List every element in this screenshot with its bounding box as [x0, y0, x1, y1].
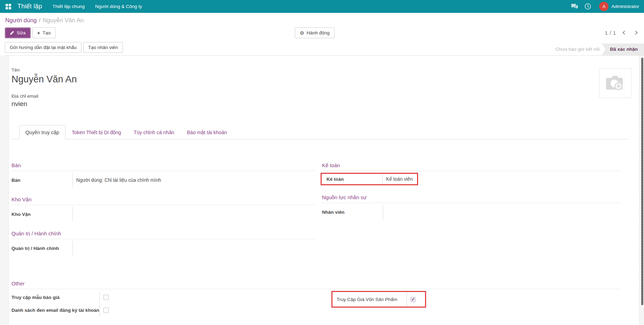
- field-label: Quản trị / Hành chính: [11, 241, 72, 255]
- pager-previous-button[interactable]: [621, 30, 627, 36]
- group-title: Quản trị / Hành chính: [11, 230, 315, 239]
- create-employee-button[interactable]: Tạo nhân viên: [83, 42, 123, 53]
- messages-icon[interactable]: [568, 0, 581, 13]
- navbar-right: A Administrator: [568, 0, 639, 13]
- group-title: Other: [11, 281, 621, 289]
- action-button-label: Hành động: [307, 30, 330, 35]
- checkbox-row-quotation-templates: Truy cập mẫu báo giá: [11, 291, 315, 304]
- checkbox-row-product-cost-access-highlighted: Truy Cập Giá Vốn Sản Phẩm ✓: [331, 291, 426, 308]
- field-label: Kế toán: [327, 174, 382, 184]
- field-row-inventory: Kho Vận: [11, 207, 315, 221]
- breadcrumb-current: Nguyễn Văn An: [42, 17, 84, 24]
- groups-column-left: Bán Bán Người dùng: Chỉ tài liệu của chí…: [11, 162, 315, 265]
- group-inventory: Kho Vận Kho Vận: [11, 196, 315, 221]
- app-menu: Thiết lập chung Người dùng & Công ty: [42, 4, 142, 9]
- breadcrumb-separator: /: [39, 17, 41, 24]
- group-title: Bán: [11, 162, 315, 171]
- other-column-right: Truy Cập Giá Vốn Sản Phẩm ✓: [322, 291, 621, 308]
- field-label: Nhân viên: [322, 205, 383, 219]
- name-field-value: Nguyễn Văn An: [11, 74, 629, 85]
- email-field: Địa chỉ email nvien: [11, 94, 629, 108]
- menu-general-settings[interactable]: Thiết lập chung: [53, 4, 85, 9]
- apps-grid-icon: [6, 4, 11, 9]
- breadcrumb-parent-link[interactable]: Người dùng: [5, 17, 37, 24]
- form-action-buttons: Gửi hướng dẫn đặt lại mật khẩu Tạo nhân …: [5, 42, 123, 55]
- user-menu[interactable]: Administrator: [611, 4, 639, 9]
- status-never-connected[interactable]: Chưa bao giờ kết nối: [550, 43, 602, 55]
- top-navbar: Thiết lập Thiết lập chung Người dùng & C…: [0, 0, 644, 13]
- apps-menu-button[interactable]: [4, 2, 13, 11]
- field-label: Kho Vận: [11, 207, 72, 221]
- status-confirmed[interactable]: Đã xác nhận: [602, 43, 644, 55]
- activities-clock-icon[interactable]: [581, 0, 594, 13]
- field-label: Danh sách đen email đăng ký tài khoản: [11, 304, 100, 317]
- control-panel: Người dùng/Nguyễn Văn An Sửa + Tạo ⚙ Hàn…: [0, 13, 644, 56]
- tab-mobile-device-token[interactable]: Token Thiết bị Di động: [65, 125, 127, 139]
- checkbox-cell: [100, 304, 109, 317]
- field-value: [383, 205, 621, 219]
- field-row-administration: Quản trị / Hành chính: [11, 241, 315, 255]
- email-blacklist-checkbox[interactable]: [103, 308, 109, 313]
- group-title: Kho Vận: [11, 196, 315, 205]
- other-column-left: Truy cập mẫu báo giá Danh sách đen email…: [11, 291, 315, 317]
- statusbar: Chưa bao giờ kết nối Đã xác nhận: [550, 43, 644, 55]
- send-password-reset-button[interactable]: Gửi hướng dẫn đặt lại mật khẩu: [5, 42, 81, 53]
- group-other: Other Truy cập mẫu báo giá Danh sách đen…: [11, 281, 621, 317]
- field-row-sales: Bán Người dùng: Chỉ tài liệu của chính m…: [11, 173, 315, 187]
- edit-button-label: Sửa: [17, 30, 26, 35]
- pager: 1 / 1: [605, 30, 638, 36]
- group-sales: Bán Bán Người dùng: Chỉ tài liệu của chí…: [11, 162, 315, 187]
- form-sheet: Tên Nguyễn Văn An Địa chỉ email nvien Qu…: [8, 56, 639, 325]
- quotation-templates-checkbox[interactable]: [103, 295, 109, 300]
- notebook-tabs: Quyền truy cập Token Thiết bị Di động Tù…: [11, 125, 629, 139]
- email-field-label: Địa chỉ email: [11, 94, 629, 99]
- user-image-placeholder[interactable]: [599, 68, 631, 98]
- vertical-scrollbar-thumb[interactable]: [641, 58, 643, 305]
- checkbox-row-email-blacklist: Danh sách đen email đăng ký tài khoản: [11, 304, 315, 317]
- group-title: Nguồn lực nhân sự: [322, 194, 621, 203]
- field-label: Truy Cập Giá Vốn Sản Phẩm: [337, 292, 407, 307]
- form-view: Tên Nguyễn Văn An Địa chỉ email nvien Qu…: [0, 56, 644, 325]
- create-button-label: Tạo: [42, 30, 50, 35]
- checkbox-cell: [100, 291, 109, 304]
- group-administration: Quản trị / Hành chính Quản trị / Hành ch…: [11, 230, 315, 255]
- chevron-left-icon: [622, 31, 626, 34]
- field-value: [72, 241, 315, 255]
- field-value: Người dùng: Chỉ tài liệu của chính mình: [72, 173, 315, 187]
- field-row-employee: Nhân viên: [322, 205, 621, 219]
- chevron-right-icon: [634, 31, 637, 34]
- left-buttons: Sửa + Tạo: [5, 27, 56, 38]
- menu-users-companies[interactable]: Người dùng & Công ty: [95, 4, 142, 9]
- button-row: Sửa + Tạo ⚙ Hành động 1 / 1: [5, 27, 644, 38]
- plus-icon: +: [37, 30, 40, 36]
- field-label: Truy cập mẫu báo giá: [11, 291, 100, 304]
- gear-icon: ⚙: [300, 30, 304, 36]
- tab-access-rights[interactable]: Quyền truy cập: [19, 125, 65, 139]
- pager-next-button[interactable]: [632, 30, 638, 36]
- odoo-settings-user-form: Thiết lập Thiết lập chung Người dùng & C…: [0, 0, 644, 325]
- group-title: Kế toán: [322, 162, 621, 171]
- name-field-label: Tên: [11, 67, 629, 73]
- access-rights-tab-content: Bán Bán Người dùng: Chỉ tài liệu của chí…: [11, 139, 629, 317]
- camera-plus-icon: [605, 74, 626, 92]
- checkbox-cell: ✓: [407, 292, 416, 307]
- create-button[interactable]: + Tạo: [32, 27, 56, 38]
- navbar-left: Thiết lập Thiết lập chung Người dùng & C…: [4, 2, 142, 11]
- product-cost-access-checkbox[interactable]: ✓: [410, 297, 416, 302]
- group-human-resources: Nguồn lực nhân sự Nhân viên: [322, 194, 621, 219]
- pager-count: 1 / 1: [605, 30, 616, 36]
- field-label: Bán: [11, 173, 72, 187]
- breadcrumb: Người dùng/Nguyễn Văn An: [5, 17, 644, 24]
- action-button[interactable]: ⚙ Hành động: [295, 27, 335, 38]
- tab-account-security[interactable]: Bảo mật tài khoản: [181, 125, 233, 139]
- edit-button[interactable]: Sửa: [5, 27, 31, 38]
- user-avatar[interactable]: A: [599, 2, 608, 11]
- groups-column-right: Kế toán Kế toán Kế toán viên Nguồn lực n…: [322, 162, 621, 265]
- name-field: Tên Nguyễn Văn An: [11, 67, 629, 85]
- field-value[interactable]: Kế toán viên: [382, 174, 417, 184]
- group-accounting: Kế toán Kế toán Kế toán viên: [322, 162, 621, 185]
- tab-preferences[interactable]: Tùy chỉnh cá nhân: [127, 125, 181, 139]
- field-row-accounting-highlighted: Kế toán Kế toán viên: [321, 173, 418, 185]
- app-name[interactable]: Thiết lập: [17, 3, 42, 10]
- email-field-value: nvien: [11, 100, 629, 108]
